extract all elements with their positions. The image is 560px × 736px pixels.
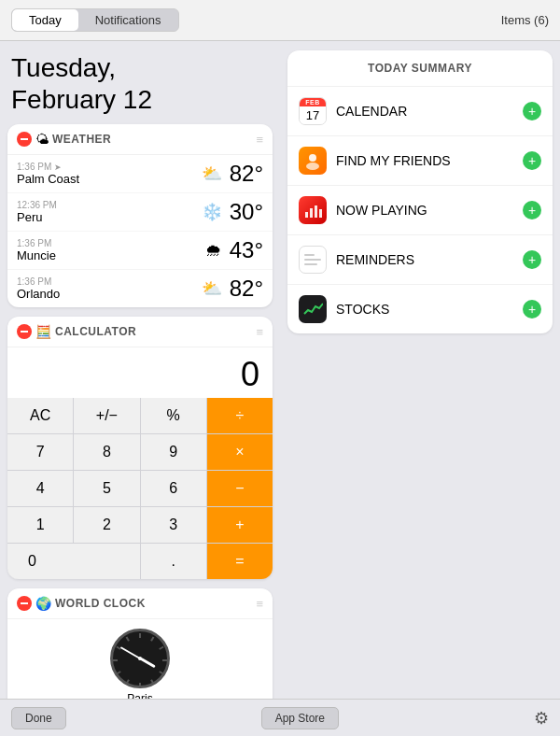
weather-row: 1:36 PM Orlando ⛅ 82°: [7, 270, 273, 307]
nowplaying-add-btn[interactable]: [523, 201, 541, 219]
summary-item-nowplaying[interactable]: NOW PLAYING: [287, 186, 553, 235]
reminders-label: REMINDERS: [336, 252, 414, 267]
weather-row: 12:36 PM Peru ❄️ 30°: [7, 193, 273, 232]
worldclock-remove-btn[interactable]: [17, 596, 32, 611]
main-layout: Tuesday, February 12 🌤 WEATHER ≡ 1:36 PM…: [0, 41, 560, 699]
weather-icon: 🌤: [35, 132, 49, 147]
calendar-add-btn[interactable]: [523, 102, 541, 120]
top-bar: Today Notifications Items (6): [0, 0, 560, 41]
reminders-add-btn[interactable]: [523, 250, 541, 269]
arrow-icon: ➤: [54, 163, 62, 172]
tab-group: Today Notifications: [11, 8, 179, 32]
calendar-app-icon: FEB 17: [299, 97, 327, 125]
svg-rect-2: [305, 212, 308, 218]
done-button[interactable]: Done: [11, 707, 66, 729]
calculator-icon: 🧮: [35, 324, 51, 339]
calc-btn-subtract[interactable]: −: [207, 471, 273, 506]
calc-btn-ac[interactable]: AC: [7, 398, 73, 433]
weather-reorder-icon[interactable]: ≡: [256, 133, 263, 147]
worldclock-icon: 🌍: [35, 596, 51, 611]
calc-btn-2[interactable]: 2: [74, 507, 139, 543]
weather-condition-icon: 🌧: [205, 241, 222, 261]
friends-add-btn[interactable]: [523, 151, 541, 170]
svg-point-1: [306, 163, 319, 170]
calc-btn-add[interactable]: +: [207, 507, 273, 543]
left-panel: Tuesday, February 12 🌤 WEATHER ≡ 1:36 PM…: [0, 41, 280, 699]
calculator-remove-btn[interactable]: [17, 324, 32, 339]
stocks-add-btn[interactable]: [523, 300, 541, 318]
settings-icon[interactable]: ⚙: [534, 708, 549, 729]
analog-clock: [110, 629, 170, 688]
calc-btn-multiply[interactable]: ×: [207, 434, 273, 470]
reminders-app-icon: [299, 246, 327, 274]
tab-notifications[interactable]: Notifications: [78, 9, 178, 31]
weather-title: WEATHER: [52, 133, 111, 146]
date-header: Tuesday, February 12: [7, 52, 273, 124]
right-panel: TODAY SUMMARY FEB 17 CALENDAR: [280, 41, 560, 699]
worldclock-reorder-icon[interactable]: ≡: [256, 597, 263, 611]
calc-btn-5[interactable]: 5: [74, 471, 139, 506]
weather-condition-icon: ⛅: [202, 163, 222, 184]
calc-btn-4[interactable]: 4: [7, 471, 73, 506]
clock-center: [138, 657, 142, 660]
stocks-app-icon: [299, 295, 327, 323]
summary-item-calendar[interactable]: FEB 17 CALENDAR: [287, 87, 553, 136]
items-count: Items (6): [501, 13, 549, 27]
friends-label: FIND MY FRIENDS: [336, 153, 451, 168]
calc-btn-3[interactable]: 3: [141, 507, 206, 543]
summary-item-friends[interactable]: FIND MY FRIENDS: [287, 136, 553, 186]
calc-btn-6[interactable]: 6: [141, 471, 206, 506]
summary-item-stocks[interactable]: STOCKS: [287, 285, 553, 333]
calculator-header: 🧮 CALCULATOR ≡: [7, 317, 273, 347]
svg-rect-5: [319, 209, 322, 218]
clock-container: Paris: [7, 619, 273, 699]
tab-today[interactable]: Today: [12, 9, 78, 31]
worldclock-widget: 🌍 WORLD CLOCK ≡: [7, 588, 273, 699]
calculator-widget: 🧮 CALCULATOR ≡ 0 AC +/− % ÷ 7 8 9 × 4 5 …: [7, 317, 273, 579]
calculator-display: 0: [7, 347, 273, 398]
svg-rect-4: [315, 205, 317, 218]
worldclock-header: 🌍 WORLD CLOCK ≡: [7, 588, 273, 619]
calc-btn-8[interactable]: 8: [74, 434, 139, 470]
calc-btn-percent[interactable]: %: [141, 398, 206, 433]
calc-btn-9[interactable]: 9: [141, 434, 206, 470]
stocks-label: STOCKS: [336, 302, 389, 317]
calc-btn-decimal[interactable]: .: [141, 544, 206, 579]
bottom-bar: Done App Store ⚙: [0, 699, 560, 736]
svg-rect-3: [310, 208, 313, 218]
weather-remove-btn[interactable]: [17, 132, 32, 147]
svg-point-0: [309, 154, 316, 162]
appstore-button[interactable]: App Store: [261, 707, 339, 729]
calc-btn-equals[interactable]: =: [207, 544, 273, 579]
weather-condition-icon: ❄️: [202, 202, 222, 222]
weather-condition-icon: ⛅: [202, 278, 222, 299]
calc-btn-7[interactable]: 7: [7, 434, 73, 470]
weather-row: 1:36 PM ➤ Palm Coast ⛅ 82°: [7, 155, 273, 193]
calculator-title: CALCULATOR: [55, 325, 136, 338]
summary-card: TODAY SUMMARY FEB 17 CALENDAR: [287, 50, 553, 333]
nowplaying-label: NOW PLAYING: [336, 203, 427, 218]
weather-header: 🌤 WEATHER ≡: [7, 124, 273, 155]
summary-item-reminders[interactable]: REMINDERS: [287, 235, 553, 285]
friends-app-icon: [299, 147, 327, 175]
date-display: Tuesday, February 12: [11, 52, 269, 115]
weather-widget: 🌤 WEATHER ≡ 1:36 PM ➤ Palm Coast ⛅ 82° 1…: [7, 124, 273, 307]
calc-btn-0[interactable]: 0: [7, 544, 140, 579]
calc-btn-plusminus[interactable]: +/−: [74, 398, 139, 433]
worldclock-title: WORLD CLOCK: [55, 597, 146, 610]
calculator-keypad: AC +/− % ÷ 7 8 9 × 4 5 6 − 1 2 3 + 0 . =: [7, 398, 273, 579]
calc-btn-divide[interactable]: ÷: [207, 398, 273, 433]
nowplaying-app-icon: [299, 196, 327, 224]
calc-btn-1[interactable]: 1: [7, 507, 73, 543]
calculator-reorder-icon[interactable]: ≡: [256, 325, 263, 339]
clock-city-label: Paris: [127, 692, 152, 699]
weather-row: 1:36 PM Muncie 🌧 43°: [7, 232, 273, 270]
summary-title: TODAY SUMMARY: [287, 50, 553, 87]
calendar-label: CALENDAR: [336, 104, 407, 119]
